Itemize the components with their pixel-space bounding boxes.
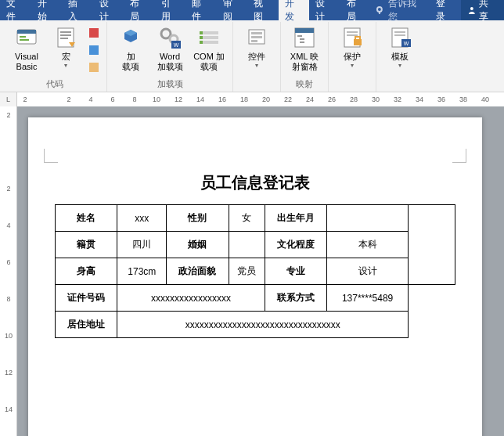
macro-security-icon[interactable]	[86, 59, 102, 75]
svg-rect-40	[394, 34, 405, 36]
ruler-tick-v: 14	[0, 405, 17, 413]
ribbon-btn-保护[interactable]: 保护▾	[333, 23, 371, 71]
svg-rect-0	[379, 12, 380, 14]
group-label: 映射	[296, 77, 313, 92]
form-label: 政治面貌	[167, 258, 229, 285]
svg-rect-3	[17, 30, 36, 34]
ruler-tick: 12	[171, 92, 186, 106]
tab-开始[interactable]: 开始	[31, 0, 63, 20]
pause-macro-icon[interactable]	[86, 42, 102, 58]
控件-icon	[244, 25, 269, 50]
tab-布局[interactable]: 布局	[124, 0, 155, 20]
ruler-tick: 20	[258, 92, 274, 106]
ruler-tick: 36	[434, 92, 449, 106]
tab-插入[interactable]: 插入	[62, 0, 93, 20]
ruler-tick: 22	[280, 92, 296, 106]
ribbon-group: W模板▾	[376, 22, 423, 92]
ribbon-btn-加载项[interactable]: 加载项	[112, 23, 149, 74]
form-value: 四川	[117, 232, 167, 258]
form-label: 居住地址	[56, 312, 117, 338]
tab-视图[interactable]: 视图	[247, 0, 279, 20]
doc-title: 员工信息登记表	[55, 172, 455, 193]
form-label: 联系方式	[265, 285, 326, 312]
svg-rect-11	[89, 28, 99, 38]
svg-rect-4	[20, 36, 26, 38]
ruler-corner: L	[0, 92, 17, 106]
svg-rect-23	[200, 41, 203, 44]
ribbon-btn-label: XML 映射窗格	[287, 52, 322, 72]
svg-rect-21	[200, 31, 203, 34]
svg-rect-12	[89, 45, 99, 55]
form-value: 137****5489	[327, 285, 409, 312]
COM加载项-icon	[196, 25, 221, 50]
svg-point-1	[470, 7, 473, 10]
form-value: 党员	[229, 258, 265, 285]
page-scroll[interactable]: 员工信息登记表 姓名xxx性别女出生年月籍贯四川婚姻文化程度本科身高173cm政…	[17, 106, 504, 436]
ruler-tick: 6	[105, 92, 121, 106]
ruler-tick	[39, 92, 55, 106]
margin-corner-tl	[44, 149, 58, 163]
svg-rect-9	[60, 38, 68, 39]
form-label: 证件号码	[56, 285, 117, 312]
tab-审阅[interactable]: 审阅	[217, 0, 248, 20]
document-page: 员工信息登记表 姓名xxx性别女出生年月籍贯四川婚姻文化程度本科身高173cm政…	[28, 117, 482, 436]
ribbon-btn-宏[interactable]: 宏▾	[47, 23, 85, 71]
ribbon-btn-VisualBasic[interactable]: Visual Basic	[8, 23, 45, 74]
VisualBasic-icon	[14, 25, 39, 50]
ruler-tick: 28	[346, 92, 362, 106]
share-button[interactable]: 共享	[461, 0, 504, 20]
ruler-tick: 14	[193, 92, 208, 106]
XML映射窗格-icon	[292, 25, 317, 50]
group-label: 加载项	[157, 77, 183, 92]
tell-me[interactable]: 告诉我您	[371, 0, 430, 20]
ribbon-btn-控件[interactable]: 控件▾	[238, 23, 275, 71]
form-label: 出生年月	[265, 205, 326, 232]
Word加载项-icon: W	[157, 25, 182, 50]
ruler-tick: 38	[455, 92, 471, 106]
ruler-tick: 18	[236, 92, 252, 106]
ribbon-btn-COM加载项[interactable]: COM 加载项	[190, 23, 228, 74]
svg-rect-25	[251, 32, 262, 34]
tab-引用[interactable]: 引用	[155, 0, 186, 20]
svg-rect-22	[200, 36, 203, 39]
employee-form-table: 姓名xxx性别女出生年月籍贯四川婚姻文化程度本科身高173cm政治面貌党员专业设…	[55, 204, 455, 338]
record-macro-icon[interactable]	[86, 25, 102, 41]
svg-rect-26	[251, 36, 262, 38]
form-value	[229, 232, 265, 258]
tab-布局[interactable]: 布局	[340, 0, 372, 20]
tab-文件[interactable]: 文件	[0, 0, 31, 20]
ribbon-btn-label: Visual Basic	[9, 52, 44, 72]
ribbon-btn-模板[interactable]: W模板▾	[381, 23, 419, 71]
group-label: 代码	[46, 77, 63, 92]
模板-icon: W	[387, 25, 412, 50]
ruler-tick-v: 12	[0, 369, 17, 377]
svg-rect-34	[347, 31, 358, 33]
form-value: xxx	[117, 205, 167, 232]
ruler-tick-v: 10	[0, 332, 17, 340]
svg-rect-30	[297, 35, 302, 37]
horizontal-ruler: L 2246810121416182022242628303234363840	[0, 92, 504, 106]
chevron-down-icon: ▾	[351, 62, 354, 70]
group-label	[398, 79, 401, 92]
ribbon-btn-XML映射窗格[interactable]: XML 映射窗格	[286, 23, 323, 74]
ribbon-btn-Word加载项[interactable]: WWord加载项	[151, 23, 189, 74]
svg-rect-27	[251, 40, 257, 42]
ribbon-group: 保护▾	[329, 22, 376, 92]
tab-设计[interactable]: 设计	[93, 0, 124, 20]
svg-text:W: W	[174, 42, 179, 48]
form-label: 身高	[56, 258, 117, 285]
ribbon-group: Visual Basic宏▾代码	[3, 22, 107, 92]
login-button[interactable]: 登录	[430, 0, 461, 20]
tab-开发[interactable]: 开发	[279, 0, 310, 20]
tab-设计[interactable]: 设计	[309, 0, 340, 20]
tab-邮件[interactable]: 邮件	[185, 0, 217, 20]
ruler-tick-v: 4	[0, 222, 17, 229]
ruler-tick-v: 2	[0, 185, 17, 193]
form-label: 婚姻	[167, 232, 229, 258]
ribbon-group: 加载项WWord加载项COM 加载项加载项	[107, 22, 233, 92]
form-value	[327, 205, 409, 232]
ruler-tick: 34	[412, 92, 427, 106]
ruler-tick: 2	[61, 92, 77, 106]
form-value: 女	[229, 205, 265, 232]
form-value: 设计	[327, 258, 409, 285]
